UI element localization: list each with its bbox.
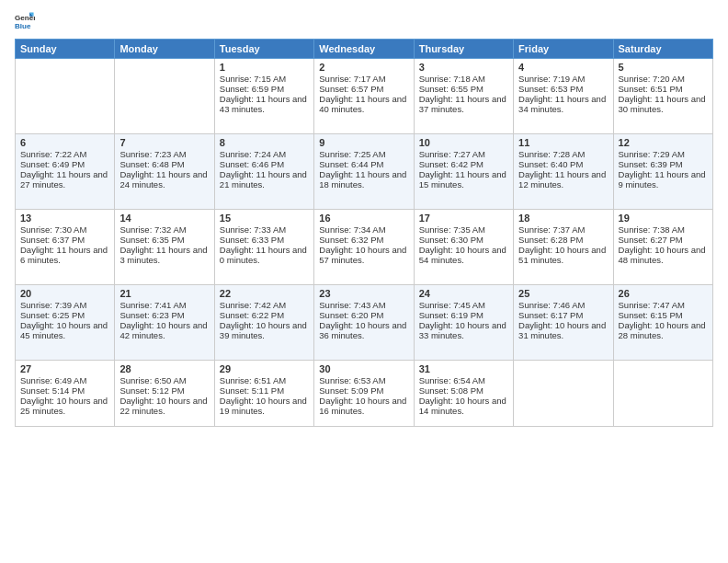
calendar-cell: 16Sunrise: 7:34 AMSunset: 6:32 PMDayligh… — [314, 210, 414, 285]
sunrise-text: Sunrise: 7:27 AM — [419, 149, 508, 159]
sunset-text: Sunset: 6:49 PM — [20, 159, 109, 169]
sunrise-text: Sunrise: 7:30 AM — [20, 224, 109, 235]
calendar-table: SundayMondayTuesdayWednesdayThursdayFrid… — [15, 39, 713, 427]
sunrise-text: Sunrise: 7:41 AM — [119, 300, 209, 310]
day-number: 19 — [619, 213, 708, 224]
calendar-cell — [514, 361, 613, 427]
sunrise-text: Sunrise: 7:45 AM — [419, 300, 508, 310]
calendar-cell: 20Sunrise: 7:39 AMSunset: 6:25 PMDayligh… — [16, 285, 115, 361]
logo-icon: General Blue — [15, 11, 35, 31]
sunrise-text: Sunrise: 7:29 AM — [619, 149, 708, 159]
calendar-cell: 6Sunrise: 7:22 AMSunset: 6:49 PMDaylight… — [16, 134, 115, 210]
calendar-cell: 17Sunrise: 7:35 AMSunset: 6:30 PMDayligh… — [414, 210, 513, 285]
sunrise-text: Sunrise: 7:20 AM — [619, 74, 708, 84]
sunrise-text: Sunrise: 6:49 AM — [20, 375, 109, 385]
sunrise-text: Sunrise: 7:43 AM — [319, 300, 408, 310]
calendar-cell: 21Sunrise: 7:41 AMSunset: 6:23 PMDayligh… — [115, 285, 214, 361]
calendar-cell: 10Sunrise: 7:27 AMSunset: 6:42 PMDayligh… — [414, 134, 513, 210]
sunset-text: Sunset: 5:11 PM — [220, 385, 309, 396]
day-number: 18 — [518, 213, 608, 224]
sunrise-text: Sunrise: 7:25 AM — [319, 149, 408, 159]
calendar-cell: 14Sunrise: 7:32 AMSunset: 6:35 PMDayligh… — [115, 210, 214, 285]
calendar-cell: 25Sunrise: 7:46 AMSunset: 6:17 PMDayligh… — [514, 285, 613, 361]
day-number: 30 — [319, 363, 408, 374]
sunset-text: Sunset: 6:42 PM — [419, 159, 508, 169]
sunset-text: Sunset: 6:17 PM — [518, 310, 608, 320]
day-number: 9 — [319, 137, 408, 148]
day-number: 11 — [518, 137, 608, 148]
day-number: 5 — [619, 62, 708, 73]
day-header: Wednesday — [314, 40, 414, 59]
day-number: 22 — [220, 288, 309, 299]
sunrise-text: Sunrise: 7:34 AM — [319, 224, 408, 235]
sunrise-text: Sunrise: 6:50 AM — [119, 375, 209, 385]
day-number: 24 — [419, 288, 508, 299]
day-header: Tuesday — [214, 40, 313, 59]
daylight-text: Daylight: 11 hours and 21 minutes. — [220, 169, 309, 190]
day-header: Friday — [514, 40, 613, 59]
sunset-text: Sunset: 6:40 PM — [518, 159, 608, 169]
sunrise-text: Sunrise: 7:15 AM — [220, 74, 309, 84]
daylight-text: Daylight: 10 hours and 48 minutes. — [619, 245, 708, 265]
sunset-text: Sunset: 6:51 PM — [619, 84, 708, 94]
calendar-cell — [115, 59, 214, 134]
svg-text:Blue: Blue — [15, 22, 31, 30]
day-number: 16 — [319, 213, 408, 224]
calendar-cell: 1Sunrise: 7:15 AMSunset: 6:59 PMDaylight… — [214, 59, 313, 134]
sunset-text: Sunset: 5:14 PM — [20, 385, 109, 396]
sunrise-text: Sunrise: 7:22 AM — [20, 149, 109, 159]
day-number: 2 — [319, 62, 408, 73]
daylight-text: Daylight: 11 hours and 24 minutes. — [119, 169, 209, 190]
sunset-text: Sunset: 6:33 PM — [220, 235, 309, 245]
daylight-text: Daylight: 10 hours and 51 minutes. — [518, 245, 608, 265]
day-number: 4 — [518, 62, 608, 73]
calendar-cell: 28Sunrise: 6:50 AMSunset: 5:12 PMDayligh… — [115, 361, 214, 427]
calendar-cell: 15Sunrise: 7:33 AMSunset: 6:33 PMDayligh… — [214, 210, 313, 285]
calendar-cell: 12Sunrise: 7:29 AMSunset: 6:39 PMDayligh… — [613, 134, 712, 210]
sunset-text: Sunset: 6:37 PM — [20, 235, 109, 245]
daylight-text: Daylight: 10 hours and 33 minutes. — [419, 320, 508, 340]
calendar-cell: 4Sunrise: 7:19 AMSunset: 6:53 PMDaylight… — [514, 59, 613, 134]
daylight-text: Daylight: 11 hours and 12 minutes. — [518, 169, 608, 190]
day-number: 26 — [619, 288, 708, 299]
day-number: 10 — [419, 137, 508, 148]
sunset-text: Sunset: 5:08 PM — [419, 385, 508, 396]
day-number: 21 — [119, 288, 209, 299]
calendar-cell: 22Sunrise: 7:42 AMSunset: 6:22 PMDayligh… — [214, 285, 313, 361]
sunrise-text: Sunrise: 7:46 AM — [518, 300, 608, 310]
sunset-text: Sunset: 6:39 PM — [619, 159, 708, 169]
day-number: 1 — [220, 62, 309, 73]
calendar-cell: 31Sunrise: 6:54 AMSunset: 5:08 PMDayligh… — [414, 361, 513, 427]
sunrise-text: Sunrise: 7:33 AM — [220, 224, 309, 235]
day-number: 14 — [119, 213, 209, 224]
daylight-text: Daylight: 10 hours and 19 minutes. — [220, 396, 309, 416]
day-number: 25 — [518, 288, 608, 299]
sunset-text: Sunset: 6:30 PM — [419, 235, 508, 245]
sunset-text: Sunset: 6:46 PM — [220, 159, 309, 169]
day-number: 6 — [20, 137, 109, 148]
sunrise-text: Sunrise: 7:42 AM — [220, 300, 309, 310]
day-number: 8 — [220, 137, 309, 148]
daylight-text: Daylight: 11 hours and 9 minutes. — [619, 169, 708, 190]
daylight-text: Daylight: 10 hours and 31 minutes. — [518, 320, 608, 340]
daylight-text: Daylight: 11 hours and 6 minutes. — [20, 245, 109, 265]
daylight-text: Daylight: 10 hours and 42 minutes. — [119, 320, 209, 340]
sunrise-text: Sunrise: 7:18 AM — [419, 74, 508, 84]
day-number: 27 — [20, 363, 109, 374]
day-number: 15 — [220, 213, 309, 224]
day-number: 7 — [119, 137, 209, 148]
day-number: 28 — [119, 363, 209, 374]
day-number: 20 — [20, 288, 109, 299]
sunrise-text: Sunrise: 7:35 AM — [419, 224, 508, 235]
sunset-text: Sunset: 6:23 PM — [119, 310, 209, 320]
daylight-text: Daylight: 10 hours and 16 minutes. — [319, 396, 408, 416]
calendar-cell: 13Sunrise: 7:30 AMSunset: 6:37 PMDayligh… — [16, 210, 115, 285]
sunrise-text: Sunrise: 7:19 AM — [518, 74, 608, 84]
sunrise-text: Sunrise: 6:54 AM — [419, 375, 508, 385]
sunrise-text: Sunrise: 6:53 AM — [319, 375, 408, 385]
daylight-text: Daylight: 11 hours and 43 minutes. — [220, 94, 309, 114]
sunset-text: Sunset: 5:12 PM — [119, 385, 209, 396]
day-header: Sunday — [16, 40, 115, 59]
calendar-cell: 7Sunrise: 7:23 AMSunset: 6:48 PMDaylight… — [115, 134, 214, 210]
calendar-cell: 30Sunrise: 6:53 AMSunset: 5:09 PMDayligh… — [314, 361, 414, 427]
